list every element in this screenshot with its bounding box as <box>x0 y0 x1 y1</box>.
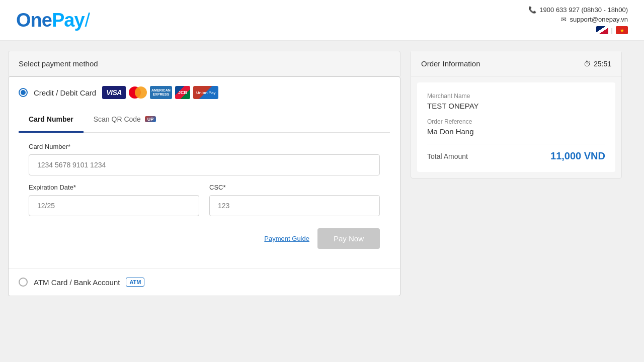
card-number-input[interactable] <box>29 154 380 175</box>
tab-card-number-label: Card Number <box>29 115 73 123</box>
logo-slash: / <box>85 10 91 31</box>
mastercard-icon <box>129 86 147 99</box>
expiry-label: Expiration Date* <box>29 184 199 191</box>
payment-method-container: Credit / Debit Card VISA AMERICANEXPRESS <box>8 76 400 296</box>
order-total: Total Amount 11,000 VND <box>427 144 605 162</box>
email-address: support@onepay.vn <box>570 16 628 23</box>
atm-label: ATM Card / Bank Account <box>34 278 120 287</box>
card-number-group: Card Number* <box>29 143 380 175</box>
credit-card-label: Credit / Debit Card <box>34 88 96 97</box>
form-actions: Payment Guide Pay Now <box>29 228 380 249</box>
unionpay-icon: UnionPay <box>193 86 218 99</box>
phone-row: 📞 1900 633 927 (08h30 - 18h00) <box>528 6 628 14</box>
payment-guide-link[interactable]: Payment Guide <box>264 235 309 242</box>
order-header: Order Information ⏱ 25:51 <box>411 51 621 76</box>
total-label: Total Amount <box>427 152 468 160</box>
section-header: Select payment method <box>8 51 400 76</box>
order-ref-label: Order Reference <box>427 118 605 125</box>
logo-pay: Pay <box>52 10 85 31</box>
tab-scan-qr-label: Scan QR Code <box>94 115 141 123</box>
csc-label: CSC* <box>209 184 380 191</box>
phone-icon: 📞 <box>528 6 536 14</box>
order-ref-field: Order Reference Ma Don Hang <box>427 118 605 136</box>
merchant-name-field: Merchant Name TEST ONEPAY <box>427 93 605 110</box>
credit-card-option-header: Credit / Debit Card VISA AMERICANEXPRESS <box>19 86 390 99</box>
tab-card-number[interactable]: Card Number <box>19 107 84 133</box>
logo: OnePay/ <box>16 10 90 31</box>
flag-separator: | <box>611 27 613 34</box>
amex-icon: AMERICANEXPRESS <box>150 86 172 99</box>
header: OnePay/ 📞 1900 633 927 (08h30 - 18h00) ✉… <box>0 0 644 41</box>
credit-card-radio[interactable] <box>19 88 28 97</box>
pay-now-button[interactable]: Pay Now <box>317 228 380 249</box>
tabs-container: Card Number Scan QR Code UP <box>19 107 390 133</box>
header-contact: 📞 1900 633 927 (08h30 - 18h00) ✉ support… <box>528 6 628 34</box>
main-content: Select payment method Credit / Debit Car… <box>0 41 644 312</box>
email-icon: ✉ <box>561 16 567 23</box>
jcb-icon: JCB <box>175 86 190 99</box>
expiry-csc-row: Expiration Date* CSC* <box>29 184 380 224</box>
visa-icon: VISA <box>102 86 126 99</box>
credit-card-option[interactable]: Credit / Debit Card VISA AMERICANEXPRESS <box>9 77 400 268</box>
flags-row: | <box>528 26 628 34</box>
order-timer: ⏱ 25:51 <box>584 60 611 68</box>
atm-badge: ATM <box>126 278 144 287</box>
atm-option[interactable]: ATM Card / Bank Account ATM <box>9 268 400 296</box>
merchant-name-value: TEST ONEPAY <box>427 102 605 110</box>
total-value: 11,000 VND <box>550 150 605 162</box>
order-body: Merchant Name TEST ONEPAY Order Referenc… <box>417 82 615 172</box>
section-title: Select payment method <box>19 59 98 68</box>
card-form: Card Number* Expiration Date* CSC* <box>19 133 390 259</box>
tab-scan-qr[interactable]: Scan QR Code UP <box>84 107 167 132</box>
flag-uk[interactable] <box>596 26 608 34</box>
order-info-title: Order Information <box>421 59 480 68</box>
csc-group: CSC* <box>209 184 380 216</box>
card-icons: VISA AMERICANEXPRESS JCB <box>102 86 218 99</box>
timer-value: 25:51 <box>594 60 611 68</box>
timer-icon: ⏱ <box>584 60 591 68</box>
logo-one: One <box>16 10 52 31</box>
order-panel: Order Information ⏱ 25:51 Merchant Name … <box>411 51 622 178</box>
expiry-group: Expiration Date* <box>29 184 199 216</box>
tab-qr-badge: UP <box>145 116 156 122</box>
email-row: ✉ support@onepay.vn <box>528 16 628 23</box>
card-number-label: Card Number* <box>29 143 380 150</box>
csc-input[interactable] <box>209 195 380 216</box>
right-panel: Order Information ⏱ 25:51 Merchant Name … <box>411 51 622 302</box>
expiry-input[interactable] <box>29 195 199 216</box>
flag-vn[interactable] <box>616 26 628 34</box>
merchant-name-label: Merchant Name <box>427 93 605 100</box>
atm-radio[interactable] <box>19 278 28 287</box>
order-ref-value: Ma Don Hang <box>427 127 605 136</box>
phone-number: 1900 633 927 (08h30 - 18h00) <box>539 6 628 14</box>
left-panel: Select payment method Credit / Debit Car… <box>8 51 400 302</box>
